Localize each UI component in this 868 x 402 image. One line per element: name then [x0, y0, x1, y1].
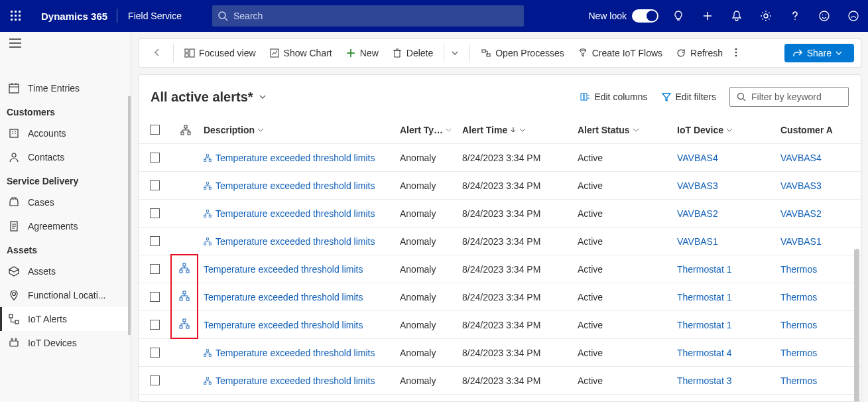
- asset-link[interactable]: Thermos: [780, 292, 817, 302]
- description-link[interactable]: Temperature exceeded threshold limits: [204, 292, 363, 302]
- row-checkbox[interactable]: [150, 208, 160, 218]
- share-icon: [792, 48, 803, 58]
- show-chart-button[interactable]: Show Chart: [263, 44, 339, 62]
- description-link[interactable]: Temperature exceeded threshold limits: [216, 236, 375, 247]
- row-checkbox[interactable]: [150, 236, 160, 246]
- asset-link[interactable]: Thermos: [780, 264, 817, 275]
- device-link[interactable]: Thermostat 1: [677, 320, 731, 330]
- row-checkbox[interactable]: [150, 375, 160, 385]
- cell-alert-status: Active: [572, 153, 672, 163]
- nav-item-accounts[interactable]: Accounts: [0, 121, 131, 145]
- focused-view-button[interactable]: Focused view: [178, 44, 263, 62]
- svg-rect-1: [15, 11, 17, 13]
- gear-icon[interactable]: [751, 0, 780, 32]
- assistant-icon[interactable]: [839, 0, 868, 32]
- device-link[interactable]: VAVBAS1: [677, 236, 718, 247]
- asset-link[interactable]: VAVBAS2: [780, 208, 822, 219]
- hierarchy-icon[interactable]: [179, 291, 190, 303]
- create-iot-flows-button[interactable]: Create IoT Flows: [571, 44, 669, 62]
- row-checkbox[interactable]: [150, 320, 160, 330]
- description-link[interactable]: Temperature exceeded threshold limits: [216, 208, 375, 219]
- nav-item-time-entries[interactable]: Time Entries: [0, 76, 131, 100]
- hierarchy-icon[interactable]: [179, 263, 190, 275]
- asset-link[interactable]: Thermos: [780, 320, 817, 330]
- bell-icon[interactable]: [722, 0, 751, 32]
- view-selector[interactable]: All active alerts*: [151, 90, 267, 105]
- description-link[interactable]: Temperature exceeded threshold limits: [216, 348, 375, 358]
- table-row[interactable]: Temperature exceeded threshold limitsAno…: [139, 283, 861, 311]
- share-button[interactable]: Share: [784, 44, 854, 62]
- hamburger-icon[interactable]: [0, 32, 131, 56]
- row-checkbox[interactable]: [150, 292, 160, 302]
- row-checkbox[interactable]: [150, 153, 160, 163]
- table-row[interactable]: Temperature exceeded threshold limitsAno…: [139, 200, 861, 228]
- new-button[interactable]: New: [339, 44, 385, 62]
- brand-name[interactable]: Dynamics 365: [32, 11, 117, 22]
- grid-scrollbar[interactable]: [854, 249, 859, 401]
- table-row[interactable]: Temperature exceeded threshold limitsAno…: [139, 311, 861, 339]
- row-checkbox[interactable]: [150, 180, 160, 190]
- nav-item-cases[interactable]: Cases: [0, 190, 131, 214]
- asset-link[interactable]: VAVBAS4: [780, 153, 822, 163]
- description-link[interactable]: Temperature exceeded threshold limits: [216, 375, 375, 386]
- description-link[interactable]: Temperature exceeded threshold limits: [216, 153, 375, 163]
- column-alert-type[interactable]: Alert Ty…: [395, 125, 457, 135]
- hierarchy-icon[interactable]: [179, 318, 190, 331]
- description-link[interactable]: Temperature exceeded threshold limits: [204, 264, 363, 275]
- device-link[interactable]: Thermostat 1: [677, 264, 731, 275]
- device-link[interactable]: Thermostat 1: [677, 292, 731, 302]
- filter-keyword-input[interactable]: Filter by keyword: [729, 87, 849, 107]
- table-row[interactable]: Temperature exceeded threshold limitsAno…: [139, 228, 861, 255]
- refresh-button[interactable]: Refresh: [669, 44, 729, 62]
- asset-link[interactable]: Thermos: [780, 348, 817, 358]
- delete-button[interactable]: Delete: [385, 44, 440, 62]
- lightbulb-icon[interactable]: [664, 0, 693, 32]
- table-row[interactable]: Temperature exceeded threshold limitsAno…: [139, 172, 861, 200]
- select-all-checkbox[interactable]: [150, 125, 160, 135]
- table-row[interactable]: Temperature exceeded threshold limitsAno…: [139, 255, 861, 283]
- svg-point-44: [15, 338, 17, 340]
- description-link[interactable]: Temperature exceeded threshold limits: [204, 320, 363, 330]
- device-link[interactable]: Thermostat 4: [677, 348, 731, 358]
- row-checkbox[interactable]: [150, 348, 160, 358]
- nav-item-contacts[interactable]: Contacts: [0, 145, 131, 169]
- open-processes-button[interactable]: Open Processes: [474, 44, 571, 62]
- edit-columns-button[interactable]: Edit columns: [573, 88, 654, 106]
- new-look-toggle[interactable]: [632, 9, 658, 23]
- asset-link[interactable]: Thermos: [780, 375, 817, 386]
- device-link[interactable]: VAVBAS4: [677, 153, 718, 163]
- nav-item-agreements[interactable]: Agreements: [0, 214, 131, 238]
- table-row[interactable]: Temperature exceeded threshold limitsAno…: [139, 144, 861, 172]
- cell-alert-type: Anomaly: [395, 153, 457, 163]
- column-customer-asset[interactable]: Customer A: [775, 125, 835, 135]
- module-name[interactable]: Field Service: [117, 11, 192, 21]
- delete-dropdown[interactable]: [448, 45, 465, 61]
- nav-item-functional-locations[interactable]: Functional Locati...: [0, 283, 131, 307]
- more-commands-button[interactable]: [729, 43, 743, 64]
- column-alert-time[interactable]: Alert Time: [457, 125, 572, 135]
- help-icon[interactable]: [780, 0, 810, 32]
- table-row[interactable]: Temperature exceeded threshold limitsAno…: [139, 339, 861, 367]
- nav-item-assets[interactable]: Assets: [0, 259, 131, 283]
- asset-link[interactable]: VAVBAS3: [780, 180, 822, 191]
- nav-item-iot-devices[interactable]: IoT Devices: [0, 331, 131, 355]
- app-launcher-icon[interactable]: [0, 11, 32, 21]
- edit-filters-button[interactable]: Edit filters: [654, 88, 723, 106]
- plus-icon[interactable]: [693, 0, 722, 32]
- back-button[interactable]: [145, 47, 169, 60]
- column-iot-device[interactable]: IoT Device: [672, 125, 775, 135]
- column-hierarchy[interactable]: [170, 125, 198, 135]
- device-link[interactable]: Thermostat 3: [677, 375, 731, 386]
- asset-link[interactable]: VAVBAS1: [780, 236, 822, 247]
- nav-item-iot-alerts[interactable]: IoT Alerts: [0, 307, 131, 331]
- global-search-input[interactable]: Search: [212, 5, 524, 27]
- column-alert-status[interactable]: Alert Status: [572, 125, 672, 135]
- device-link[interactable]: VAVBAS2: [677, 208, 718, 219]
- device-link[interactable]: VAVBAS3: [677, 180, 718, 191]
- smiley-icon[interactable]: [810, 0, 839, 32]
- column-description[interactable]: Description: [198, 125, 395, 135]
- row-checkbox[interactable]: [150, 264, 160, 274]
- sidebar-scrollbar[interactable]: [128, 96, 131, 335]
- table-row[interactable]: Temperature exceeded threshold limitsAno…: [139, 367, 861, 395]
- description-link[interactable]: Temperature exceeded threshold limits: [216, 180, 375, 191]
